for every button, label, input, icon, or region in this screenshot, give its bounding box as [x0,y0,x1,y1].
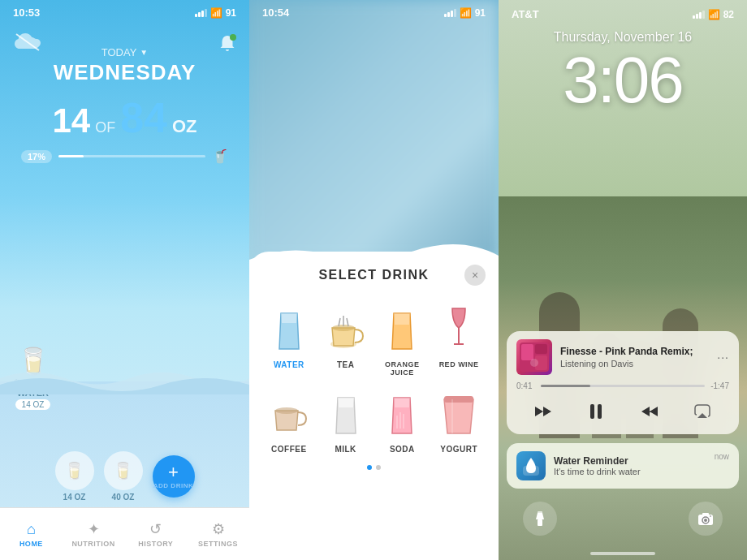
oj-icon-wrap [378,299,425,355]
day-title: WEDNESDAY [54,60,196,85]
music-progress-fill [541,385,590,387]
carrier-label: AT&T [512,8,539,20]
drink-item-milk[interactable]: MILK [319,383,373,454]
water-label: WATER [274,360,304,369]
home-indicator-p3 [590,552,655,555]
milk-icon-wrap [322,383,369,440]
status-icons-p1: 📶 91 [195,7,236,19]
airplay-button[interactable] [688,397,717,426]
nav-nutrition[interactable]: ✦ NUTRITION [63,508,125,560]
history-oz-badge: 14 OZ [15,399,51,410]
soda-label: SODA [390,445,415,454]
lock-time: 3:06 [499,45,747,116]
drink-item-yogurt[interactable]: YOGURT [432,383,486,454]
battery-p2: 91 [475,7,486,19]
wine-glass-icon [446,305,472,352]
select-header: SELECT DRINK × [259,268,489,282]
album-cover-icon [520,342,549,372]
svg-point-27 [704,519,707,522]
music-progress-row: 0:41 -1:47 [516,381,729,390]
coffee-icon-wrap [266,383,313,440]
drink-item-water[interactable]: WATER [262,299,316,377]
today-row[interactable]: TODAY ▼ [101,46,149,58]
svg-rect-16 [535,344,547,354]
chevron-down-icon: ▼ [140,48,148,57]
drink-thumb-2[interactable]: 🥛 40 OZ [104,451,143,502]
bottom-sheet: SELECT DRINK × WATER [249,252,499,560]
add-drink-label: ADD DRINK [153,482,193,489]
nav-history-label: HISTORY [138,540,173,548]
flashlight-button[interactable] [523,502,557,536]
home-icon: ⌂ [27,521,36,538]
svg-rect-28 [702,513,709,515]
close-button[interactable]: × [464,265,486,286]
drink-thumb-circle-1[interactable]: 🥛 [55,451,94,490]
music-progress-bar[interactable] [541,385,705,387]
drink-item-coffee[interactable]: COFFEE [262,383,316,454]
drink-item-soda[interactable]: SODA [376,383,430,454]
water-reminder-notification[interactable]: Water Reminder It's time to drink water … [507,443,739,489]
dot-1 [367,465,372,470]
drink-grid: WATER TEA [259,299,489,454]
progress-fill [58,155,84,157]
wave-decoration [0,362,249,398]
wine-label: RED WINE [439,360,479,368]
wifi-icon-p2: 📶 [460,7,472,19]
water-drop-icon [520,454,542,477]
rewind-button[interactable] [529,397,558,426]
bottom-drink-row: 🥛 14 OZ 🥛 40 OZ + ADD DRINK [0,451,249,502]
today-label: TODAY [101,46,137,58]
nav-home[interactable]: ⌂ HOME [0,508,63,560]
music-widget[interactable]: Finesse - Pink Panda Remix; Listening on… [507,331,739,434]
percent-badge: 17% [21,150,52,163]
tea-icon-wrap [322,299,369,355]
progress-row: 17% 🥤 [13,149,236,164]
soda-glass-icon [389,393,415,437]
nutrition-icon: ✦ [88,520,100,538]
progress-bar [58,155,205,157]
signal-icon-p1 [195,9,207,17]
select-drink-panel: 10:54 📶 91 SELECT DRINK × [249,0,499,560]
bottom-nav: ⌂ HOME ✦ NUTRITION ↺ HISTORY ⚙ SETTINGS [0,507,249,560]
water-tracker-panel: 10:53 📶 91 [0,0,249,560]
status-icons-p3: 📶 82 [693,9,734,20]
battery-p1: 91 [226,7,236,19]
drink-item-redwine[interactable]: RED WINE [432,299,486,377]
svg-rect-12 [444,396,473,403]
oz-of-label: OF [95,119,115,136]
add-drink-button[interactable]: + ADD DRINK [153,455,195,498]
notification-dot [230,34,236,41]
drink-thumb-1[interactable]: 🥛 14 OZ [55,451,94,502]
svg-rect-15 [521,344,533,360]
music-top-row: Finesse - Pink Panda Remix; Listening on… [516,339,729,375]
status-bar-p2: 10:54 📶 91 [249,0,499,22]
signal-icon-p2 [444,9,456,17]
lock-screen-bottom-icons [499,502,747,536]
music-more-icon[interactable]: ··· [717,351,729,364]
pause-button[interactable] [581,397,611,426]
music-time-current: 0:41 [516,381,536,390]
thumb2-oz: 40 OZ [112,493,135,502]
coffee-label: COFFEE [271,445,307,454]
drink-item-oj[interactable]: ORANGE JUICE [376,299,430,377]
oz-total: 84 [120,93,167,142]
svg-point-29 [710,515,711,517]
camera-button[interactable] [689,502,723,536]
svg-rect-20 [598,404,602,419]
svg-point-8 [275,407,298,414]
drink-thumb-circle-2[interactable]: 🥛 [104,451,143,490]
soda-icon-wrap [378,383,425,440]
notif-title: Water Reminder [554,455,706,467]
drink-item-tea[interactable]: TEA [319,299,373,377]
svg-rect-24 [538,511,542,514]
nav-settings[interactable]: ⚙ SETTINGS [187,508,249,560]
lock-date: Thursday, November 16 [499,30,747,45]
signal-icon-p3 [693,11,705,19]
svg-point-18 [530,359,538,367]
nav-history[interactable]: ↺ HISTORY [125,508,188,560]
yogurt-label: YOGURT [440,445,477,454]
time-p1: 10:53 [13,6,40,19]
oj-glass-icon [389,308,415,352]
water-glass-icon [276,308,302,352]
forward-button[interactable] [635,397,664,426]
